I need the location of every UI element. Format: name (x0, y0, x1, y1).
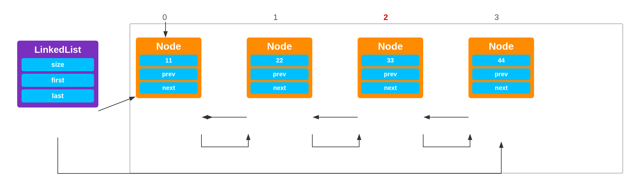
node-0-prev: prev (140, 68, 198, 80)
node-0-value: 11 (140, 55, 198, 66)
last-arrow (58, 138, 501, 173)
next-2-3-arrow (423, 134, 470, 147)
node-2-prev: prev (361, 68, 419, 80)
next-1-2-arrow (312, 134, 359, 147)
node-3-value: 44 (472, 55, 530, 66)
node-1-prev: prev (250, 68, 309, 80)
node-0-title: Node (140, 41, 198, 52)
node-3-next: next (472, 82, 530, 94)
linkedlist-title: LinkedList (22, 44, 94, 55)
diagram-container: LinkedList size first last Node 11 prev … (0, 0, 644, 190)
node-3-title: Node (472, 41, 530, 52)
node-2-next: next (361, 82, 419, 94)
node-2-value: 33 (361, 55, 419, 66)
linkedlist-box: LinkedList size first last (17, 41, 98, 108)
node-3-prev: prev (472, 68, 530, 80)
ll-field-first: first (22, 74, 94, 87)
node-2-title: Node (361, 41, 419, 52)
ll-field-size: size (22, 58, 94, 71)
node-0-next: next (140, 82, 198, 94)
node-1: Node 22 prev next (247, 38, 312, 98)
index-2: 2 (384, 12, 388, 22)
node-3: Node 44 prev next (468, 38, 534, 98)
node-0: Node 11 prev next (136, 38, 201, 98)
first-arrow (98, 97, 135, 111)
next-0-1-arrow (201, 134, 248, 147)
index-1: 1 (273, 12, 278, 22)
node-1-title: Node (250, 41, 309, 52)
node-2: Node 33 prev next (358, 38, 423, 98)
index-3: 3 (494, 12, 499, 22)
node-1-next: next (250, 82, 309, 94)
ll-field-last: last (22, 89, 94, 102)
index-0: 0 (162, 12, 167, 22)
node-1-value: 22 (250, 55, 309, 66)
